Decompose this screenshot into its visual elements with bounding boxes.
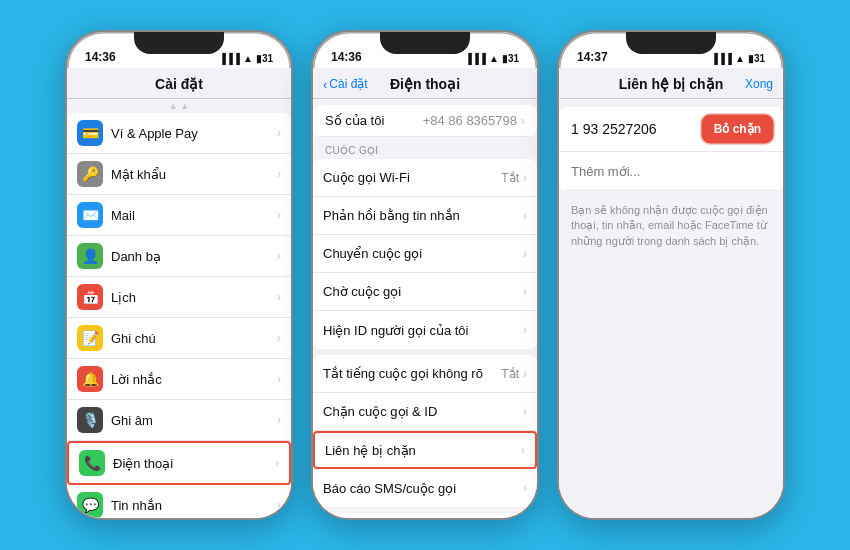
status-icons-3: ▐▐▐ ▲ ▮31 (711, 53, 765, 64)
row-phan-hoi[interactable]: Phản hồi bằng tin nhắn › (313, 197, 537, 235)
status-icons-1: ▐▐▐ ▲ ▮31 (219, 53, 273, 64)
phone-2: 14:36 ▐▐▐ ▲ ▮31 ‹ Cài đặt Điện thoại Số … (311, 30, 539, 520)
row-bao-cao-sms[interactable]: Báo cáo SMS/cuộc gọi › (313, 469, 537, 507)
chan-chevron: › (523, 405, 527, 419)
hien-id-label: Hiện ID người gọi của tôi (323, 323, 523, 338)
wifi-icon-3: ▲ (735, 53, 745, 64)
them-moi-row[interactable] (559, 152, 783, 191)
row-calendar[interactable]: 📅 Lịch › (67, 277, 291, 318)
notes-label: Ghi chú (111, 331, 277, 346)
phan-hoi-chevron: › (523, 209, 527, 223)
so-row: Số của tôi +84 86 8365798 › (313, 105, 537, 137)
tat-tieng-chevron: › (523, 367, 527, 381)
bao-cao-chevron: › (523, 481, 527, 495)
battery-icon-3: ▮31 (748, 53, 765, 64)
scroll-hint: ▲ ▲ (67, 99, 291, 113)
reminders-chevron: › (277, 372, 281, 386)
status-time-1: 14:36 (85, 50, 116, 64)
tat-tieng-label: Tắt tiếng cuộc gọi không rõ (323, 366, 501, 381)
voice-icon: 🎙️ (77, 407, 103, 433)
status-icons-2: ▐▐▐ ▲ ▮31 (465, 53, 519, 64)
settings-list-1[interactable]: ▲ ▲ 💳 Ví & Apple Pay › 🔑 Mật khẩu › ✉️ M… (67, 99, 291, 518)
screen-1: Cài đặt ▲ ▲ 💳 Ví & Apple Pay › 🔑 Mật khẩ… (67, 68, 291, 518)
voice-label: Ghi âm (111, 413, 277, 428)
block-group: Tắt tiếng cuộc gọi không rõ Tắt › Chặn c… (313, 355, 537, 507)
row-messages[interactable]: 💬 Tin nhắn › (67, 485, 291, 518)
calendar-icon: 📅 (77, 284, 103, 310)
nav-header-2: ‹ Cài đặt Điện thoại (313, 68, 537, 99)
cuoc-goi-wifi-chevron: › (523, 171, 527, 185)
nav-back-2[interactable]: ‹ Cài đặt (323, 77, 368, 92)
passkey-label: Mật khẩu (111, 167, 277, 182)
cuoc-goi-wifi-value: Tắt (501, 171, 519, 185)
notes-chevron: › (277, 331, 281, 345)
notch-1 (134, 32, 224, 54)
phone-label: Điện thoại (113, 456, 275, 471)
notch-3 (626, 32, 716, 54)
screen-3: Liên hệ bị chặn Xong 1 93 2527206 Bỏ chặ… (559, 68, 783, 518)
so-label: Số của tôi (325, 113, 423, 128)
cuoc-goi-section-label: CUỘC GỌI (313, 139, 537, 159)
nav-header-1: Cài đặt (67, 68, 291, 99)
nav-back-label-2: Cài đặt (329, 77, 367, 91)
cho-label: Chờ cuộc gọi (323, 284, 523, 299)
row-cuoc-goi-wifi[interactable]: Cuộc gọi Wi-Fi Tắt › (313, 159, 537, 197)
cho-chevron: › (523, 285, 527, 299)
row-wallet[interactable]: 💳 Ví & Apple Pay › (67, 113, 291, 154)
blocked-number-text: 1 93 2527206 (571, 121, 704, 137)
row-voice[interactable]: 🎙️ Ghi âm › (67, 400, 291, 441)
row-passkey[interactable]: 🔑 Mật khẩu › (67, 154, 291, 195)
cuoc-goi-group: Cuộc gọi Wi-Fi Tắt › Phản hồi bằng tin n… (313, 159, 537, 349)
passkey-chevron: › (277, 167, 281, 181)
wallet-icon: 💳 (77, 120, 103, 146)
settings-group-1: 💳 Ví & Apple Pay › 🔑 Mật khẩu › ✉️ Mail … (67, 113, 291, 518)
phone-1: 14:36 ▐▐▐ ▲ ▮31 Cài đặt ▲ ▲ 💳 Ví & Apple… (65, 30, 293, 520)
nav-action-3[interactable]: Xong (745, 77, 773, 91)
notes-icon: 📝 (77, 325, 103, 351)
passkey-icon: 🔑 (77, 161, 103, 187)
row-reminders[interactable]: 🔔 Lời nhắc › (67, 359, 291, 400)
row-contacts[interactable]: 👤 Danh bạ › (67, 236, 291, 277)
bao-cao-label: Báo cáo SMS/cuộc gọi (323, 481, 523, 496)
them-moi-input[interactable] (571, 164, 771, 179)
settings-list-2[interactable]: Số của tôi +84 86 8365798 › CUỘC GỌI Cuộ… (313, 99, 537, 518)
chan-label: Chặn cuộc gọi & ID (323, 404, 523, 419)
messages-label: Tin nhắn (111, 498, 277, 513)
row-lien-he-bi-chan[interactable]: Liên hệ bị chặn › (313, 431, 537, 469)
signal-icon-2: ▐▐▐ (465, 53, 486, 64)
row-tat-tieng[interactable]: Tắt tiếng cuộc gọi không rõ Tắt › (313, 355, 537, 393)
back-chevron-2: ‹ (323, 77, 327, 92)
tat-tieng-value: Tắt (501, 367, 519, 381)
notch-2 (380, 32, 470, 54)
row-cho-cuoc-goi[interactable]: Chờ cuộc gọi › (313, 273, 537, 311)
row-phone[interactable]: 📞 Điện thoại › (67, 441, 291, 485)
calendar-chevron: › (277, 290, 281, 304)
calendar-label: Lịch (111, 290, 277, 305)
contacts-icon: 👤 (77, 243, 103, 269)
blocked-number-row[interactable]: 1 93 2527206 Bỏ chặn (559, 107, 783, 152)
signal-icon-3: ▐▐▐ (711, 53, 732, 64)
settings-list-3: 1 93 2527206 Bỏ chặn Bạn sẽ không nhận đ… (559, 99, 783, 518)
chuyen-chevron: › (523, 247, 527, 261)
blocked-info-text: Bạn sẽ không nhận được cuộc gọi điện tho… (559, 193, 783, 259)
row-chan-cuoc-goi[interactable]: Chặn cuộc gọi & ID › (313, 393, 537, 431)
messages-chevron: › (277, 498, 281, 512)
contacts-chevron: › (277, 249, 281, 263)
row-notes[interactable]: 📝 Ghi chú › (67, 318, 291, 359)
bo-chan-button[interactable]: Bỏ chặn (704, 117, 771, 141)
status-time-3: 14:37 (577, 50, 608, 64)
row-chuyen-cuoc-goi[interactable]: Chuyển cuộc gọi › (313, 235, 537, 273)
nav-title-3: Liên hệ bị chặn (619, 76, 723, 92)
mail-label: Mail (111, 208, 277, 223)
phone-icon: 📞 (79, 450, 105, 476)
mail-icon: ✉️ (77, 202, 103, 228)
wallet-chevron: › (277, 126, 281, 140)
row-hien-id[interactable]: Hiện ID người gọi của tôi › (313, 311, 537, 349)
lien-he-label: Liên hệ bị chặn (325, 443, 521, 458)
row-mail[interactable]: ✉️ Mail › (67, 195, 291, 236)
row-ho-tro[interactable]: Hỗ trợ quay số (313, 513, 537, 518)
mail-chevron: › (277, 208, 281, 222)
hien-id-chevron: › (523, 323, 527, 337)
wifi-icon-2: ▲ (489, 53, 499, 64)
phone-chevron: › (275, 456, 279, 470)
